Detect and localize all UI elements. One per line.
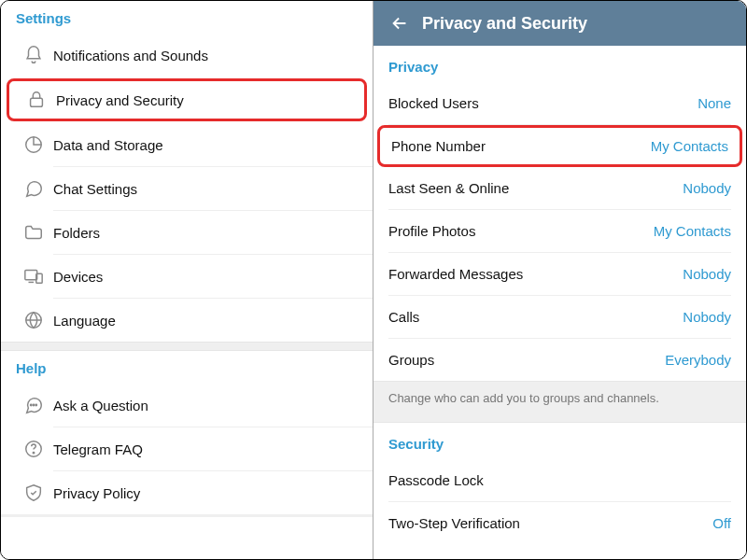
topbar: Privacy and Security [374,1,746,46]
topbar-title: Privacy and Security [422,14,587,34]
settings-list: Notifications and Sounds Privacy and Sec… [1,34,373,342]
row-value: Everybody [665,352,731,368]
privacy-row-profile-photos[interactable]: Profile Photos My Contacts [374,210,746,252]
svg-point-6 [33,404,34,405]
help-item-label: Ask a Question [53,398,359,413]
section-divider [1,342,373,351]
row-value: Nobody [683,309,731,325]
security-header: Security [374,423,746,459]
settings-item-label: Folders [53,225,359,241]
row-key: Calls [388,309,419,325]
settings-item-label: Notifications and Sounds [53,48,359,63]
groups-note: Change who can add you to groups and cha… [374,381,746,423]
settings-header: Settings [1,1,373,34]
settings-item-label: Language [53,313,359,329]
settings-item-notifications[interactable]: Notifications and Sounds [1,34,373,77]
privacy-row-groups[interactable]: Groups Everybody [374,339,746,381]
settings-item-folders[interactable]: Folders [1,211,373,254]
privacy-row-calls[interactable]: Calls Nobody [374,296,746,338]
row-value: Nobody [683,180,731,196]
privacy-row-phone-number[interactable]: Phone Number My Contacts [380,128,740,164]
svg-rect-2 [25,271,37,280]
settings-item-language[interactable]: Language [1,299,373,342]
settings-item-label: Privacy and Security [56,92,357,108]
privacy-row-blocked-users[interactable]: Blocked Users None [374,82,746,124]
security-row-passcode-lock[interactable]: Passcode Lock [374,459,746,501]
settings-panel: Settings Notifications and Sounds Privac… [1,1,374,559]
privacy-header: Privacy [374,46,746,82]
privacy-row-last-seen[interactable]: Last Seen & Online Nobody [374,167,746,209]
row-key: Groups [388,352,434,368]
svg-point-9 [33,452,34,453]
help-item-privacy-policy[interactable]: Privacy Policy [1,471,373,514]
row-value: My Contacts [654,223,731,239]
settings-item-privacy-security[interactable]: Privacy and Security [7,78,367,121]
back-button[interactable] [383,13,416,34]
lock-icon [17,90,56,110]
row-value: None [698,95,731,111]
devices-icon [14,266,53,287]
settings-item-label: Chat Settings [53,181,359,197]
help-item-ask-question[interactable]: Ask a Question [1,384,373,427]
chat-bubble-icon [14,178,53,199]
folder-icon [14,222,53,243]
row-value: Off [712,515,731,531]
settings-item-devices[interactable]: Devices [1,255,373,298]
section-divider [1,514,373,517]
help-header: Help [1,351,373,384]
settings-item-label: Devices [53,269,359,285]
row-key: Profile Photos [388,223,475,239]
row-key: Phone Number [391,138,486,154]
row-value: Nobody [683,266,731,282]
help-item-label: Telegram FAQ [53,441,359,457]
help-item-faq[interactable]: Telegram FAQ [1,427,373,470]
help-item-label: Privacy Policy [53,485,359,501]
row-key: Forwarded Messages [388,266,523,282]
row-value: My Contacts [651,138,728,154]
row-key: Last Seen & Online [388,180,509,196]
pie-chart-icon [14,134,53,155]
bell-icon [14,45,53,65]
settings-item-chat-settings[interactable]: Chat Settings [1,167,373,210]
svg-rect-0 [31,98,43,106]
svg-point-5 [31,404,32,405]
security-row-two-step[interactable]: Two-Step Verification Off [374,502,746,544]
globe-icon [14,310,53,330]
privacy-row-forwarded-messages[interactable]: Forwarded Messages Nobody [374,253,746,295]
settings-item-label: Data and Storage [53,137,359,153]
privacy-security-panel: Privacy and Security Privacy Blocked Use… [374,1,746,559]
row-key: Passcode Lock [388,472,484,488]
shield-check-icon [14,483,53,503]
question-circle-icon [14,439,53,459]
row-key: Two-Step Verification [388,515,520,531]
chat-ellipsis-icon [14,395,53,415]
arrow-left-icon [389,13,410,34]
row-key: Blocked Users [388,95,479,111]
screenshot-container: Settings Notifications and Sounds Privac… [0,0,747,560]
highlighted-row: Phone Number My Contacts [377,125,742,167]
svg-point-7 [35,404,36,405]
settings-item-data-storage[interactable]: Data and Storage [1,123,373,166]
